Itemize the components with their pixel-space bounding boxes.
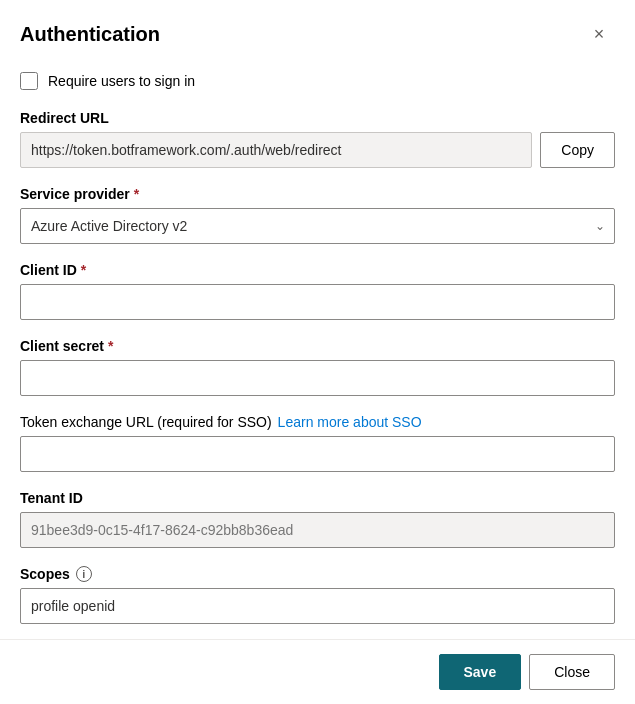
require-signin-label: Require users to sign in [48,73,195,89]
require-signin-checkbox[interactable] [20,72,38,90]
require-signin-row: Require users to sign in [20,72,615,90]
token-exchange-url-group: Token exchange URL (required for SSO) Le… [20,414,615,472]
client-secret-input[interactable] [20,360,615,396]
service-provider-label: Service provider * [20,186,615,202]
learn-more-sso-link[interactable]: Learn more about SSO [278,414,422,430]
service-provider-group: Service provider * Azure Active Director… [20,186,615,244]
dialog-footer: Save Close [0,639,635,704]
authentication-dialog: Authentication × Require users to sign i… [0,0,635,704]
redirect-url-input[interactable] [20,132,532,168]
client-id-group: Client ID * [20,262,615,320]
client-secret-required: * [108,338,113,354]
client-id-label: Client ID * [20,262,615,278]
dialog-title: Authentication [20,23,160,46]
tenant-id-label: Tenant ID [20,490,615,506]
client-secret-label: Client secret * [20,338,615,354]
scopes-input[interactable] [20,588,615,624]
service-provider-select-wrapper: Azure Active Directory v2 Azure Active D… [20,208,615,244]
dialog-body: Require users to sign in Redirect URL Co… [0,62,635,639]
client-secret-group: Client secret * [20,338,615,396]
token-exchange-url-input[interactable] [20,436,615,472]
service-provider-required: * [134,186,139,202]
redirect-url-row: Copy [20,132,615,168]
service-provider-select[interactable]: Azure Active Directory v2 Azure Active D… [20,208,615,244]
tenant-id-input[interactable] [20,512,615,548]
save-button[interactable]: Save [439,654,522,690]
redirect-url-label: Redirect URL [20,110,615,126]
redirect-url-group: Redirect URL Copy [20,110,615,168]
scopes-group: Scopes i [20,566,615,624]
scopes-info-icon[interactable]: i [76,566,92,582]
client-id-input[interactable] [20,284,615,320]
dialog-header: Authentication × [0,0,635,62]
dialog-close-button[interactable]: × [583,18,615,50]
tenant-id-group: Tenant ID [20,490,615,548]
token-exchange-url-label: Token exchange URL (required for SSO) Le… [20,414,615,430]
close-footer-button[interactable]: Close [529,654,615,690]
scopes-label: Scopes [20,566,70,582]
scopes-label-row: Scopes i [20,566,615,582]
copy-button[interactable]: Copy [540,132,615,168]
client-id-required: * [81,262,86,278]
